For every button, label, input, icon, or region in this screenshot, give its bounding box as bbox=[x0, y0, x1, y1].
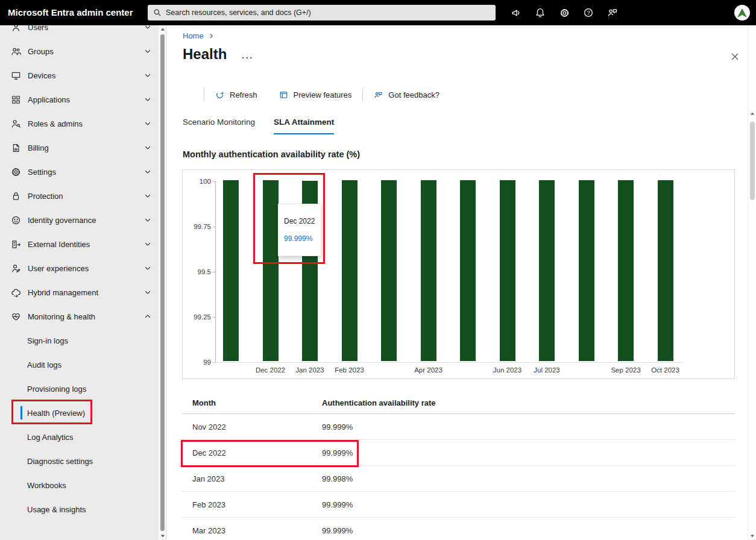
tab-sla-attainment[interactable]: SLA Attainment bbox=[274, 118, 334, 134]
sidebar-item-hybrid-management[interactable]: Hybrid management bbox=[0, 280, 159, 304]
x-axis bbox=[215, 362, 683, 363]
y-axis-tick bbox=[213, 181, 215, 182]
x-axis-label: Jan 2023 bbox=[290, 366, 330, 374]
bar-mar-2023[interactable] bbox=[381, 180, 397, 361]
bar-jul-2023[interactable] bbox=[539, 180, 555, 361]
sidebar-item-users[interactable]: Users bbox=[0, 25, 159, 39]
topbar: Microsoft Entra admin center Search reso… bbox=[0, 0, 756, 25]
sidebar-item-sign-in-logs[interactable]: Sign-in logs bbox=[0, 328, 159, 353]
avatar[interactable] bbox=[734, 5, 750, 20]
scroll-down-icon[interactable] bbox=[748, 532, 756, 540]
month-cell: Feb 2023 bbox=[182, 500, 322, 509]
close-icon[interactable] bbox=[729, 51, 741, 63]
global-search-input[interactable]: Search resources, services, and docs (G+… bbox=[148, 5, 496, 20]
bar-apr-2023[interactable] bbox=[421, 180, 436, 361]
sidebar-item-audit-logs[interactable]: Audit logs bbox=[0, 353, 159, 377]
command-bar: Refresh Preview features Got feedback? bbox=[204, 86, 450, 104]
rate-cell: 99.999% bbox=[322, 422, 353, 432]
main-content: Home Health ··· Refresh Preview features bbox=[166, 25, 748, 540]
sidebar-item-label: Workbooks bbox=[27, 481, 66, 490]
overflow-menu-button[interactable]: ··· bbox=[242, 53, 254, 63]
preview-features-button[interactable]: Preview features bbox=[268, 86, 363, 104]
tab-scenario-monitoring[interactable]: Scenario Monitoring bbox=[183, 118, 255, 134]
bar-feb-2023[interactable] bbox=[342, 180, 358, 361]
bar-may-2023[interactable] bbox=[460, 180, 476, 361]
settings-gear-icon bbox=[11, 167, 21, 177]
sidebar-scrollbar[interactable] bbox=[159, 25, 166, 540]
bar-sep-2023[interactable] bbox=[618, 180, 634, 361]
sidebar-item-provisioning-logs[interactable]: Provisioning logs bbox=[0, 377, 159, 401]
scroll-down-icon[interactable] bbox=[159, 532, 166, 540]
bar-aug-2023[interactable] bbox=[579, 180, 594, 361]
sidebar-item-settings[interactable]: Settings bbox=[0, 160, 159, 184]
sidebar-item-monitoring-health[interactable]: Monitoring & health bbox=[0, 304, 159, 328]
sidebar-item-label: User experiences bbox=[28, 264, 89, 273]
breadcrumb-home-link[interactable]: Home bbox=[183, 31, 204, 40]
bar-oct-2023[interactable] bbox=[658, 180, 673, 361]
users-icon bbox=[11, 25, 21, 33]
scrollbar-thumb[interactable] bbox=[160, 34, 165, 531]
avatar-logo bbox=[737, 8, 747, 17]
sidebar-item-health-preview[interactable]: Health (Preview) bbox=[0, 401, 159, 425]
whats-new-icon[interactable] bbox=[504, 0, 528, 25]
chevron-down-icon bbox=[144, 240, 151, 248]
sidebar-item-label: Provisioning logs bbox=[27, 385, 86, 394]
got-feedback-button[interactable]: Got feedback? bbox=[363, 86, 450, 104]
sidebar-item-label: External Identities bbox=[28, 240, 90, 249]
y-axis-label: 99.5 bbox=[186, 268, 211, 275]
billing-icon bbox=[11, 143, 21, 153]
sidebar-item-label: Billing bbox=[28, 143, 49, 152]
settings-gear-icon[interactable] bbox=[552, 0, 576, 25]
sidebar-item-roles-admins[interactable]: Roles & admins bbox=[0, 111, 159, 136]
sidebar-item-label: Diagnostic settings bbox=[27, 457, 93, 466]
bar-dec-2022[interactable] bbox=[263, 180, 279, 361]
x-axis-label: Apr 2023 bbox=[409, 366, 449, 374]
sidebar-item-workbooks[interactable]: Workbooks bbox=[0, 473, 159, 497]
chevron-down-icon bbox=[144, 144, 151, 151]
table-header-row: Month Authentication availability rate bbox=[182, 392, 735, 414]
sidebar-item-identity-governance[interactable]: Identity governance bbox=[0, 208, 159, 232]
sidebar-item-label: Identity governance bbox=[28, 216, 96, 225]
chevron-down-icon bbox=[144, 96, 151, 103]
y-axis-tick bbox=[213, 317, 215, 318]
notifications-bell-icon[interactable] bbox=[528, 0, 552, 25]
sidebar-item-billing[interactable]: Billing bbox=[0, 136, 159, 160]
scrollbar-thumb[interactable] bbox=[750, 122, 755, 200]
sidebar-item-diagnostic-settings[interactable]: Diagnostic settings bbox=[0, 449, 159, 473]
table-row-jan-2023: Jan 202399.998% bbox=[182, 466, 735, 492]
help-icon[interactable]: ? bbox=[576, 0, 600, 25]
sidebar-item-user-experiences[interactable]: User experiences bbox=[0, 256, 159, 280]
chevron-down-icon bbox=[144, 72, 151, 79]
sidebar-item-label: Roles & admins bbox=[28, 119, 83, 128]
rate-cell: 99.998% bbox=[322, 474, 353, 483]
availability-bar-chart: Dec 2022Jan 2023Feb 2023Apr 2023Jun 2023… bbox=[182, 169, 735, 379]
rate-cell: 99.999% bbox=[322, 448, 353, 457]
sidebar-item-label: Settings bbox=[28, 168, 56, 177]
refresh-button[interactable]: Refresh bbox=[204, 86, 268, 104]
bar-jun-2023[interactable] bbox=[500, 180, 515, 361]
chevron-down-icon bbox=[144, 48, 151, 55]
sidebar-item-usage-insights[interactable]: Usage & insights bbox=[0, 497, 159, 521]
table-row-nov-2022: Nov 202299.999% bbox=[182, 414, 735, 440]
sidebar-item-label: Usage & insights bbox=[27, 505, 86, 514]
scroll-up-icon[interactable] bbox=[159, 25, 166, 34]
sidebar-item-protection[interactable]: Protection bbox=[0, 184, 159, 208]
sidebar-item-groups[interactable]: Groups bbox=[0, 39, 159, 63]
sidebar-item-applications[interactable]: Applications bbox=[0, 87, 159, 111]
chevron-right-icon bbox=[208, 33, 215, 39]
preview-features-label: Preview features bbox=[294, 90, 352, 99]
feedback-icon[interactable] bbox=[600, 0, 625, 25]
x-axis-label: Oct 2023 bbox=[646, 366, 685, 374]
breadcrumb: Home bbox=[183, 31, 215, 40]
y-axis-label: 99 bbox=[186, 359, 211, 366]
scroll-up-icon[interactable] bbox=[748, 110, 756, 118]
main-scrollbar[interactable] bbox=[748, 25, 756, 540]
preview-features-icon bbox=[279, 90, 288, 99]
sidebar-item-external-identities[interactable]: External Identities bbox=[0, 232, 159, 256]
topbar-icons: ? bbox=[504, 0, 625, 25]
sidebar-item-log-analytics[interactable]: Log Analytics bbox=[0, 425, 159, 449]
x-axis-label: Jul 2023 bbox=[527, 366, 567, 374]
sla-table-body: Nov 202299.999%Dec 202299.999%Jan 202399… bbox=[182, 414, 735, 540]
bar-nov-2022[interactable] bbox=[223, 180, 239, 361]
sidebar-item-devices[interactable]: Devices bbox=[0, 63, 159, 87]
